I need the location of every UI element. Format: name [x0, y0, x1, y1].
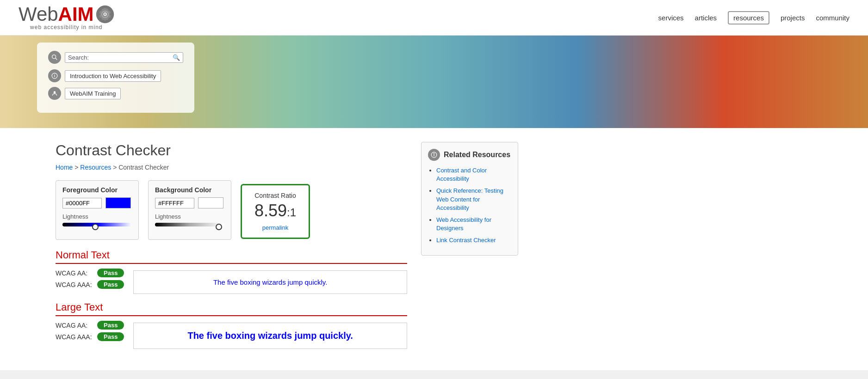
main-nav: services articles resources projects com…	[658, 11, 849, 24]
large-text-heading: Large Text	[56, 301, 407, 316]
site-header: WebAIM ⚙ web accessibility in mind servi…	[0, 0, 868, 36]
main-content: Contrast Checker Home > Resources > Cont…	[0, 128, 868, 370]
intro-link[interactable]: Introduction to Web Accessibility	[65, 70, 161, 82]
related-resources-icon	[428, 149, 440, 161]
search-input[interactable]	[91, 54, 173, 61]
contrast-ratio-number: 8.59	[254, 201, 287, 220]
foreground-input-row	[62, 197, 132, 208]
background-hex-input[interactable]	[155, 198, 194, 208]
list-item: Web Accessibility for Designers	[436, 216, 511, 232]
background-input-row	[155, 197, 224, 208]
large-wcag-aa-badge: Pass	[97, 321, 124, 330]
training-icon	[48, 87, 61, 100]
foreground-hex-input[interactable]	[62, 198, 102, 208]
contrast-ratio-suffix: :1	[287, 206, 296, 219]
breadcrumb: Home > Resources > Contrast Checker	[56, 164, 407, 171]
normal-wcag-aaa-row: WCAG AAA: Pass	[56, 280, 124, 289]
training-link[interactable]: WebAIM Training	[65, 88, 121, 99]
normal-text-results: WCAG AA: Pass WCAG AAA: Pass	[56, 269, 124, 292]
large-text-preview: The five boxing wizards jump quickly.	[133, 323, 407, 349]
svg-point-8	[54, 91, 56, 93]
gear-icon: ⚙	[96, 5, 114, 24]
related-link-contrast-color[interactable]: Contrast and Color Accessibility	[436, 167, 487, 182]
hero-overlay: Search: 🔍 i Introduction to Web Accessib…	[37, 43, 194, 113]
svg-text:⚙: ⚙	[103, 12, 107, 17]
logo-text: WebAIM ⚙	[19, 5, 114, 24]
background-slider[interactable]	[155, 223, 224, 231]
svg-rect-11	[434, 154, 434, 156]
search-icon	[48, 51, 61, 64]
large-wcag-aaa-label: WCAG AAA:	[56, 333, 93, 341]
related-link-designers[interactable]: Web Accessibility for Designers	[436, 216, 491, 232]
background-color-box: Background Color Lightness	[148, 180, 231, 240]
search-label: Search:	[68, 54, 89, 61]
logo[interactable]: WebAIM ⚙ web accessibility in mind	[19, 5, 114, 31]
list-item: Quick Reference: Testing Web Content for…	[436, 187, 511, 212]
normal-text-preview: The five boxing wizards jump quickly.	[133, 270, 407, 294]
foreground-label: Foreground Color	[62, 186, 132, 194]
normal-wcag-aa-badge: Pass	[97, 269, 124, 277]
normal-wcag-aaa-badge: Pass	[97, 280, 124, 289]
large-wcag-aa-row: WCAG AA: Pass	[56, 321, 124, 330]
large-wcag-aa-label: WCAG AA:	[56, 322, 93, 329]
contrast-ratio-box: Contrast Ratio 8.59:1 permalink	[241, 184, 310, 239]
logo-tagline: web accessibility in mind	[30, 24, 102, 31]
related-link-quick-reference[interactable]: Quick Reference: Testing Web Content for…	[436, 187, 503, 211]
normal-text-heading: Normal Text	[56, 249, 407, 264]
search-row: Search: 🔍	[48, 51, 183, 64]
large-text-section: Large Text WCAG AA: Pass WCAG AAA: Pass …	[56, 301, 407, 349]
large-preview-text: The five boxing wizards jump quickly.	[187, 330, 353, 341]
permalink-link[interactable]: permalink	[251, 224, 299, 231]
related-resources-list: Contrast and Color Accessibility Quick R…	[428, 166, 511, 245]
nav-resources[interactable]: resources	[728, 11, 769, 24]
nav-articles[interactable]: articles	[695, 14, 717, 22]
normal-preview-text: The five boxing wizards jump quickly.	[213, 278, 328, 286]
svg-point-10	[434, 153, 434, 154]
color-pickers: Foreground Color Lightness Background Co…	[56, 180, 407, 240]
svg-line-5	[55, 58, 57, 60]
logo-aim: AIM	[58, 5, 94, 24]
foreground-slider-thumb[interactable]	[92, 224, 99, 230]
breadcrumb-sep2: >	[113, 164, 118, 171]
foreground-slider[interactable]	[62, 223, 132, 231]
normal-wcag-aa-label: WCAG AA:	[56, 269, 93, 277]
logo-web: Web	[19, 5, 58, 24]
hero-banner: Search: 🔍 i Introduction to Web Accessib…	[0, 36, 868, 128]
svg-text:i: i	[54, 74, 55, 78]
search-button[interactable]: 🔍	[173, 54, 180, 61]
sidebar: Related Resources Contrast and Color Acc…	[421, 142, 518, 356]
large-wcag-aaa-badge: Pass	[97, 332, 124, 341]
background-swatch[interactable]	[198, 197, 223, 208]
search-input-wrap[interactable]: Search: 🔍	[65, 52, 183, 63]
nav-services[interactable]: services	[658, 14, 684, 22]
background-slider-track	[155, 223, 224, 226]
large-text-results: WCAG AA: Pass WCAG AAA: Pass	[56, 321, 124, 344]
contrast-ratio-label: Contrast Ratio	[251, 192, 299, 199]
content-area: Contrast Checker Home > Resources > Cont…	[56, 142, 407, 356]
normal-wcag-aa-row: WCAG AA: Pass	[56, 269, 124, 277]
breadcrumb-home[interactable]: Home	[56, 164, 73, 171]
nav-projects[interactable]: projects	[781, 14, 805, 22]
breadcrumb-current: Contrast Checker	[118, 164, 169, 171]
intro-link-row: i Introduction to Web Accessibility	[48, 69, 183, 82]
training-link-row: WebAIM Training	[48, 87, 183, 100]
nav-community[interactable]: community	[816, 14, 849, 22]
contrast-ratio-value: 8.59:1	[251, 201, 299, 220]
related-link-link-contrast[interactable]: Link Contrast Checker	[436, 237, 496, 244]
breadcrumb-resources[interactable]: Resources	[80, 164, 111, 171]
normal-wcag-aaa-label: WCAG AAA:	[56, 281, 93, 288]
sidebar-heading: Related Resources	[444, 151, 510, 159]
intro-icon: i	[48, 69, 61, 82]
background-label: Background Color	[155, 186, 224, 194]
list-item: Link Contrast Checker	[436, 236, 511, 245]
foreground-lightness-label: Lightness	[62, 213, 132, 220]
large-wcag-aaa-row: WCAG AAA: Pass	[56, 332, 124, 341]
sidebar-card: Related Resources Contrast and Color Acc…	[421, 142, 518, 256]
foreground-swatch[interactable]	[105, 197, 131, 208]
sidebar-card-header: Related Resources	[428, 149, 511, 161]
background-slider-thumb[interactable]	[216, 224, 222, 230]
background-lightness-label: Lightness	[155, 213, 224, 220]
page-title: Contrast Checker	[56, 142, 407, 159]
normal-text-section: Normal Text WCAG AA: Pass WCAG AAA: Pass…	[56, 249, 407, 294]
breadcrumb-sep1: >	[74, 164, 80, 171]
